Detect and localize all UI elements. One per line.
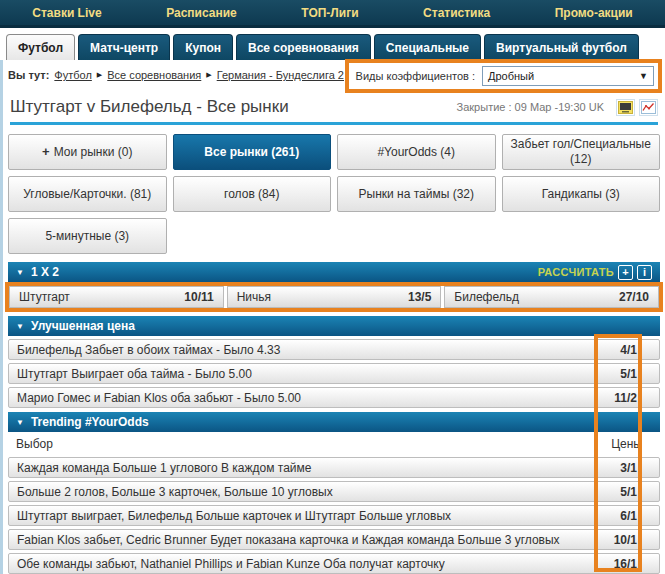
selection-name: Ничья	[237, 290, 271, 304]
section-title-enhanced: Улучшенная цена	[31, 319, 135, 333]
breadcrumb-separator-icon: ▶	[206, 71, 211, 79]
market-category-grid: + Мои рынки (0) Все рынки (261) #YourOdd…	[8, 134, 660, 254]
price-column-label: Цены	[611, 437, 652, 451]
my-markets-label: Мои рынки (0)	[54, 145, 133, 160]
market-row-label: Марио Гомес и Fabian Klos оба забьют - Б…	[17, 391, 301, 405]
my-markets-button[interactable]: + Мои рынки (0)	[8, 134, 167, 170]
section-enhanced-price: ▼ Улучшенная цена Билефельд Забьет в обо…	[8, 316, 660, 408]
section-header-trending[interactable]: ▼ Trending #YourOdds	[8, 412, 660, 432]
selection-odds: 13/5	[408, 290, 431, 304]
stats-chart-icon[interactable]	[639, 99, 658, 116]
section-header-enhanced[interactable]: ▼ Улучшенная цена	[8, 316, 660, 336]
market-row[interactable]: Каждая команда Больше 1 углового В каждо…	[8, 457, 660, 478]
selection-home[interactable]: Штутгарт 10/11	[9, 286, 224, 308]
market-row-odds: 5/1	[620, 367, 651, 381]
breadcrumb-link-football[interactable]: Футбол	[54, 69, 92, 81]
tab-coupon[interactable]: Купон	[173, 34, 233, 60]
breadcrumb-prefix: Вы тут:	[8, 69, 49, 81]
market-row-odds: 4/1	[620, 343, 651, 357]
tv-stream-icon[interactable]	[616, 99, 635, 116]
tab-virtual-football[interactable]: Виртуальный футбол	[484, 34, 639, 60]
betting-page: Ставки Live Расписание ТОП-Лиги Статисти…	[0, 0, 665, 574]
market-row-label: Обе команды забьют, Nathaniel Phillips и…	[17, 557, 445, 571]
market-row[interactable]: Fabian Klos забьет, Cedric Brunner Будет…	[8, 529, 660, 550]
dropdown-arrow-icon: ▼	[639, 71, 648, 81]
half-markets-button[interactable]: Рынки на таймы (32)	[337, 176, 496, 212]
market-row-odds: 5/1	[620, 485, 651, 499]
collapse-arrow-icon: ▼	[16, 322, 24, 331]
nav-item-live-bets[interactable]: Ставки Live	[32, 6, 101, 20]
plus-icon: +	[42, 144, 50, 160]
selection-name: Билефельд	[454, 290, 519, 304]
selection-away[interactable]: Билефельд 27/10	[444, 286, 659, 308]
collapse-arrow-icon: ▼	[16, 268, 24, 277]
nav-item-promotions[interactable]: Промо-акции	[555, 6, 633, 20]
top-navigation: Ставки Live Расписание ТОП-Лиги Статисти…	[0, 0, 665, 28]
section-trending: ▼ Trending #YourOdds Выбор Цены Каждая к…	[8, 412, 660, 574]
market-row-odds: 3/1	[620, 461, 651, 475]
selection-column-label: Выбор	[16, 437, 53, 451]
odds-row-highlight-box: Штутгарт 10/11 Ничья 13/5 Билефельд 27/1…	[5, 282, 663, 312]
market-row-label: Штутгарт Выиграет оба тайма - Было 5.00	[17, 367, 252, 381]
breadcrumb-row: Вы тут: Футбол ▶ Все соревнования ▶ Герм…	[8, 60, 660, 94]
tab-match-centre[interactable]: Матч-центр	[78, 34, 170, 60]
section-title-trending: Trending #YourOdds	[31, 415, 149, 429]
closing-time-label: Закрытие : 09 Мар -19:30 UK	[457, 101, 604, 113]
market-row-odds: 10/1	[614, 533, 651, 547]
closing-info: Закрытие : 09 Мар -19:30 UK	[457, 99, 658, 116]
odds-format-select[interactable]: Дробный ▼	[482, 66, 654, 86]
breadcrumb-separator-icon: ▶	[97, 71, 102, 79]
market-row-odds: 16/1	[614, 557, 651, 571]
selection-name: Штутгарт	[19, 290, 70, 304]
selection-draw[interactable]: Ничья 13/5	[227, 286, 442, 308]
add-to-my-markets-button[interactable]: +	[618, 265, 633, 280]
market-row[interactable]: Марио Гомес и Fabian Klos оба забьют - Б…	[8, 387, 660, 408]
odds-format-highlight-box: Виды коэффициентов : Дробный ▼	[345, 59, 662, 93]
tab-football[interactable]: Футбол	[6, 34, 75, 60]
title-underline	[10, 122, 658, 125]
odds-format-selected-value: Дробный	[488, 70, 534, 82]
market-row-label: Штутгарт выиграет, Билефельд Больше карт…	[17, 509, 451, 523]
page-title: Штутгарт v Билефельд - Все рынки	[10, 97, 289, 117]
section-title-1x2: 1 X 2	[31, 265, 59, 279]
market-row-label: Больше 2 голов, Больше 3 карточек, Больш…	[17, 485, 333, 499]
goals-button[interactable]: голов (84)	[173, 176, 332, 212]
selection-odds: 10/11	[184, 290, 213, 304]
handicaps-button[interactable]: Гандикапы (3)	[502, 176, 661, 212]
nav-item-schedule[interactable]: Расписание	[166, 6, 237, 20]
selection-odds: 27/10	[619, 290, 649, 304]
market-row[interactable]: Больше 2 голов, Больше 3 карточек, Больш…	[8, 481, 660, 502]
goalscorer-specials-button[interactable]: Забьет гол/Специальные (12)	[502, 134, 661, 170]
five-minute-button[interactable]: 5-минутные (3)	[8, 218, 167, 254]
market-row[interactable]: Штутгарт Выиграет оба тайма - Было 5.00 …	[8, 363, 660, 384]
breadcrumb-link-bundesliga2[interactable]: Германия - Бундеслига 2	[217, 69, 344, 81]
tab-all-competitions[interactable]: Все соревнования	[236, 34, 371, 60]
all-markets-button[interactable]: Все рынки (261)	[173, 134, 332, 170]
odds-format-label: Виды коэффициентов :	[356, 70, 475, 82]
market-row-label: Fabian Klos забьет, Cedric Brunner Будет…	[17, 533, 560, 547]
info-button[interactable]: i	[637, 265, 652, 280]
market-row[interactable]: Билефельд Забьет в обоих таймах - Было 4…	[8, 339, 660, 360]
market-row-odds: 11/2	[614, 391, 651, 405]
section-1x2: ▼ 1 X 2 РАССЧИТАТЬ + i Штутгарт 10/11 Ни…	[8, 262, 660, 312]
collapse-arrow-icon: ▼	[16, 418, 24, 427]
market-row-label: Каждая команда Больше 1 углового В каждо…	[17, 461, 311, 475]
nav-item-statistics[interactable]: Статистика	[423, 6, 490, 20]
nav-item-top-leagues[interactable]: ТОП-Лиги	[301, 6, 358, 20]
market-row[interactable]: Обе команды забьют, Nathaniel Phillips и…	[8, 553, 660, 574]
yourodds-button[interactable]: #YourOdds (4)	[337, 134, 496, 170]
breadcrumb-link-all-competitions[interactable]: Все соревнования	[107, 69, 201, 81]
settle-button[interactable]: РАССЧИТАТЬ	[538, 266, 614, 278]
trending-column-headers: Выбор Цены	[8, 432, 660, 454]
main-content: Вы тут: Футбол ▶ Все соревнования ▶ Герм…	[0, 60, 665, 574]
tab-bar: Футбол Матч-центр Купон Все соревнования…	[0, 28, 665, 60]
section-header-1x2[interactable]: ▼ 1 X 2 РАССЧИТАТЬ + i	[8, 262, 660, 282]
market-row-label: Билефельд Забьет в обоих таймах - Было 4…	[17, 343, 280, 357]
corners-cards-button[interactable]: Угловые/Карточки. (81)	[8, 176, 167, 212]
match-header: Штутгарт v Билефельд - Все рынки Закрыти…	[8, 94, 660, 120]
market-row-odds: 6/1	[620, 509, 651, 523]
tab-specials[interactable]: Специальные	[374, 34, 481, 60]
market-row[interactable]: Штутгарт выиграет, Билефельд Больше карт…	[8, 505, 660, 526]
